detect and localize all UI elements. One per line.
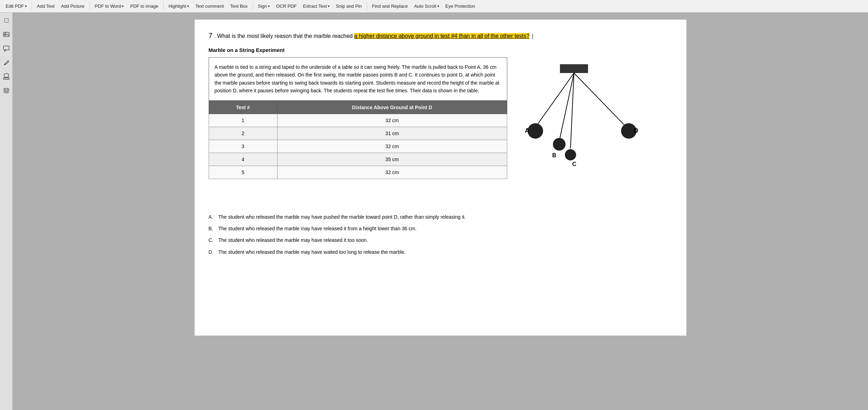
question-header: 7 . What is the most likely reason that … bbox=[209, 30, 672, 41]
table-row: 132 cm bbox=[209, 114, 507, 127]
table-row: 435 cm bbox=[209, 153, 507, 166]
bookmark-icon[interactable]: ☐ bbox=[2, 16, 11, 25]
table-row: 332 cm bbox=[209, 140, 507, 153]
content-area[interactable]: 7 . What is the most likely reason that … bbox=[13, 13, 868, 410]
answer-choice-b: B. The student who released the marble m… bbox=[209, 224, 672, 233]
divider-1 bbox=[32, 2, 32, 11]
svg-rect-0 bbox=[4, 32, 9, 37]
question-highlight: a higher distance above ground in test #… bbox=[354, 33, 529, 39]
pdf-to-word-arrow: ▾ bbox=[122, 4, 124, 8]
choice-text-d: The student who released the marble may … bbox=[218, 248, 406, 257]
add-text-btn[interactable]: Add Text bbox=[34, 2, 57, 10]
sign-arrow: ▾ bbox=[268, 4, 270, 8]
extract-text-btn[interactable]: Extract Text ▾ bbox=[300, 2, 333, 10]
choice-text-a: The student who released the marble may … bbox=[218, 213, 466, 221]
cell-distance-4: 35 cm bbox=[277, 153, 507, 166]
image-sidebar-icon[interactable] bbox=[2, 30, 11, 39]
pdf-to-word-btn[interactable]: PDF to Word ▾ bbox=[92, 2, 127, 10]
table-row: 231 cm bbox=[209, 127, 507, 140]
description-box: A marble is tied to a string and taped t… bbox=[209, 57, 507, 101]
svg-rect-2 bbox=[4, 46, 9, 50]
choice-label-a: A. bbox=[209, 213, 216, 221]
experiment-title: Marble on a String Experiment bbox=[209, 47, 672, 53]
cell-test-2: 2 bbox=[209, 127, 277, 140]
divider-5 bbox=[367, 2, 367, 11]
layers-sidebar-icon[interactable] bbox=[2, 86, 11, 95]
cell-distance-1: 32 cm bbox=[277, 114, 507, 127]
divider-2 bbox=[90, 2, 90, 11]
label-b: B bbox=[552, 152, 556, 158]
find-replace-btn[interactable]: Find and Replace bbox=[369, 2, 411, 10]
pdf-to-image-btn[interactable]: PDF to Image bbox=[127, 2, 161, 10]
svg-line-10 bbox=[574, 73, 627, 127]
svg-rect-5 bbox=[4, 78, 9, 79]
experiment-right: A B C D bbox=[514, 57, 672, 206]
add-picture-btn[interactable]: Add Picture bbox=[58, 2, 87, 10]
ocr-pdf-btn[interactable]: OCR PDF bbox=[273, 2, 300, 10]
answer-choice-c: C. The student who released the marble m… bbox=[209, 236, 672, 245]
experiment-layout: A marble is tied to a string and taped t… bbox=[209, 57, 672, 206]
text-box-btn[interactable]: Text Box bbox=[227, 2, 250, 10]
pen-sidebar-icon[interactable] bbox=[2, 58, 11, 67]
cell-distance-2: 31 cm bbox=[277, 127, 507, 140]
choice-text-c: The student who released the marble may … bbox=[218, 236, 368, 245]
marble-a bbox=[528, 123, 543, 139]
snip-pin-btn[interactable]: Snip and Pin bbox=[333, 2, 365, 10]
comment-sidebar-icon[interactable] bbox=[2, 44, 11, 53]
main-layout: ☐ bbox=[0, 13, 868, 410]
stamp-sidebar-icon[interactable] bbox=[2, 72, 11, 81]
answer-choice-d: D. The student who released the marble m… bbox=[209, 248, 672, 257]
data-table: Test # Distance Above Ground at Point D … bbox=[209, 101, 507, 179]
cell-test-5: 5 bbox=[209, 166, 277, 179]
svg-line-9 bbox=[570, 73, 574, 148]
highlight-arrow: ▾ bbox=[187, 4, 189, 8]
text-cursor bbox=[533, 34, 533, 39]
divider-4 bbox=[253, 2, 253, 11]
marble-b bbox=[553, 138, 566, 151]
edit-pdf-btn[interactable]: Edit PDF ▾ bbox=[3, 2, 30, 10]
choice-label-b: B. bbox=[209, 224, 216, 233]
label-d: D bbox=[634, 127, 638, 134]
question-number: 7 bbox=[209, 32, 213, 39]
svg-rect-4 bbox=[4, 74, 8, 77]
auto-scroll-btn[interactable]: Auto Scroll ▾ bbox=[411, 2, 442, 10]
marble-c bbox=[565, 149, 576, 160]
text-comment-btn[interactable]: Text comment bbox=[192, 2, 227, 10]
toolbar: Edit PDF ▾ Add Text Add Picture PDF to W… bbox=[0, 0, 868, 13]
experiment-left: A marble is tied to a string and taped t… bbox=[209, 57, 507, 206]
auto-scroll-arrow: ▾ bbox=[437, 4, 439, 8]
page-content: 7 . What is the most likely reason that … bbox=[195, 20, 686, 336]
question-text-before: . What is the most likely reason that th… bbox=[214, 33, 353, 39]
cell-distance-3: 32 cm bbox=[277, 140, 507, 153]
cell-test-4: 4 bbox=[209, 153, 277, 166]
divider-3 bbox=[163, 2, 164, 11]
cell-test-1: 1 bbox=[209, 114, 277, 127]
col-header-test: Test # bbox=[209, 101, 277, 114]
choice-text-b: The student who released the marble may … bbox=[218, 224, 417, 233]
edit-pdf-arrow: ▾ bbox=[25, 4, 27, 8]
highlight-btn[interactable]: Highlight ▾ bbox=[166, 2, 192, 10]
choice-label-d: D. bbox=[209, 248, 216, 257]
col-header-distance: Distance Above Ground at Point D bbox=[277, 101, 507, 114]
left-sidebar: ☐ bbox=[0, 13, 13, 410]
extract-text-arrow: ▾ bbox=[328, 4, 329, 8]
answer-choice-a: A. The student who released the marble m… bbox=[209, 213, 672, 221]
pendulum-diagram: A B C D bbox=[514, 57, 648, 205]
table-row: 532 cm bbox=[209, 166, 507, 179]
cell-distance-5: 32 cm bbox=[277, 166, 507, 179]
cell-test-3: 3 bbox=[209, 140, 277, 153]
ceiling-block bbox=[560, 64, 588, 73]
label-a: A bbox=[525, 127, 529, 134]
answer-choices: A. The student who released the marble m… bbox=[209, 213, 672, 257]
sign-btn[interactable]: Sign ▾ bbox=[255, 2, 273, 10]
label-c: C bbox=[572, 161, 576, 167]
eye-protection-btn[interactable]: Eye Protection bbox=[443, 2, 478, 10]
choice-label-c: C. bbox=[209, 236, 216, 245]
